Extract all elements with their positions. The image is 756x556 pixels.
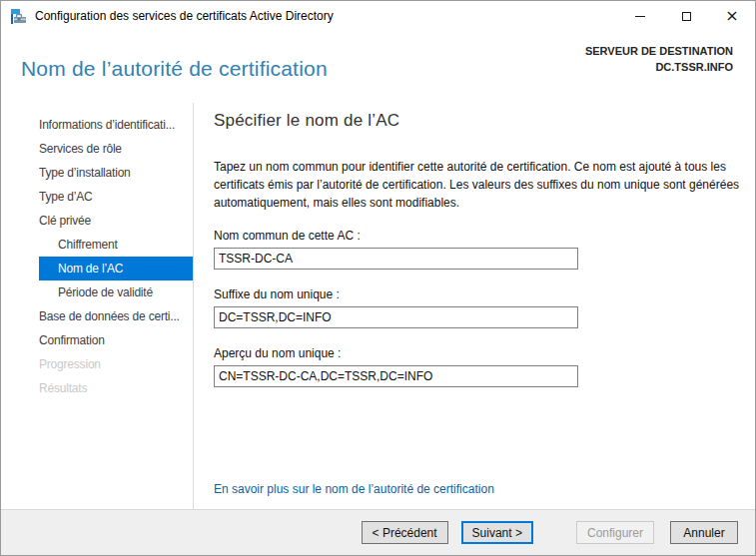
field-common-name: Nom commun de cette AC : bbox=[214, 229, 578, 270]
field-dn-preview: Aperçu du nom unique : bbox=[214, 346, 578, 387]
step-periode-de-validite[interactable]: Période de validité bbox=[39, 280, 193, 304]
destination-server-block: SERVEUR DE DESTINATION DC.TSSR.INFO bbox=[585, 44, 733, 76]
previous-button[interactable]: < Précédent bbox=[362, 521, 448, 544]
dn-preview-label: Aperçu du nom unique : bbox=[214, 346, 578, 360]
next-button[interactable]: Suivant > bbox=[461, 521, 533, 544]
close-icon: × bbox=[725, 8, 738, 24]
minimize-icon bbox=[635, 16, 645, 17]
wizard-window: Configuration des services de certificat… bbox=[0, 0, 756, 556]
destination-server-label: SERVEUR DE DESTINATION bbox=[585, 44, 733, 60]
adcs-config-icon bbox=[11, 8, 27, 24]
step-informations-identification[interactable]: Informations d’identificati... bbox=[39, 113, 193, 137]
step-cle-privee[interactable]: Clé privée bbox=[39, 209, 193, 233]
learn-more-link[interactable]: En savoir plus sur le nom de l’autorité … bbox=[214, 482, 494, 496]
close-button[interactable]: × bbox=[709, 1, 755, 31]
dn-preview-input[interactable] bbox=[214, 365, 578, 387]
common-name-label: Nom commun de cette AC : bbox=[214, 229, 578, 243]
step-progression: Progression bbox=[39, 352, 193, 376]
page-title: Nom de l’autorité de certification bbox=[21, 57, 328, 81]
destination-server-name: DC.TSSR.INFO bbox=[585, 60, 733, 76]
step-base-de-donnees[interactable]: Base de données de certi... bbox=[39, 304, 193, 328]
step-type-installation[interactable]: Type d’installation bbox=[39, 161, 193, 185]
minimize-button[interactable] bbox=[617, 1, 663, 31]
content-heading: Spécifier le nom de l’AC bbox=[214, 111, 741, 131]
maximize-button[interactable] bbox=[663, 1, 709, 31]
wizard-header: Nom de l’autorité de certification SERVE… bbox=[1, 31, 755, 103]
step-confirmation[interactable]: Confirmation bbox=[39, 328, 193, 352]
wizard-steps-sidebar: Informations d’identificati... Services … bbox=[1, 103, 194, 509]
footer-bar: < Précédent Suivant > Configurer Annuler bbox=[1, 509, 755, 555]
configure-button: Configurer bbox=[576, 521, 654, 544]
step-nom-de-lac[interactable]: Nom de l’AC bbox=[39, 257, 193, 280]
field-dn-suffix: Suffixe du nom unique : bbox=[214, 287, 578, 328]
step-resultats: Résultats bbox=[39, 376, 193, 400]
window-controls: × bbox=[617, 1, 755, 31]
step-chiffrement[interactable]: Chiffrement bbox=[39, 233, 193, 257]
content-description: Tapez un nom commun pour identifier cett… bbox=[214, 158, 741, 212]
titlebar: Configuration des services de certificat… bbox=[1, 1, 755, 31]
maximize-icon bbox=[682, 12, 691, 21]
wizard-body: Informations d’identificati... Services … bbox=[1, 103, 755, 509]
step-type-ac[interactable]: Type d’AC bbox=[39, 185, 193, 209]
cancel-button[interactable]: Annuler bbox=[670, 521, 738, 544]
dn-suffix-input[interactable] bbox=[214, 306, 578, 328]
dn-suffix-label: Suffixe du nom unique : bbox=[214, 287, 578, 301]
window-title: Configuration des services de certificat… bbox=[35, 9, 334, 23]
content-panel: Spécifier le nom de l’AC Tapez un nom co… bbox=[194, 103, 756, 509]
step-services-de-role[interactable]: Services de rôle bbox=[39, 137, 193, 161]
common-name-input[interactable] bbox=[214, 248, 578, 270]
